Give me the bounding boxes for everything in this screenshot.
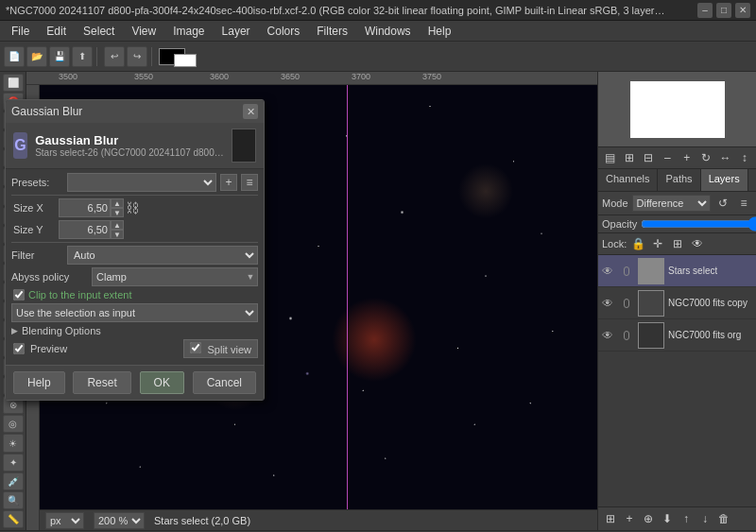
split-view-checkbox[interactable]	[190, 342, 201, 353]
blur-tool[interactable]: ◎	[3, 415, 24, 433]
size-x-input[interactable]	[59, 198, 111, 217]
lock-pixels-btn[interactable]: 🔒	[629, 235, 646, 252]
layer-item[interactable]: 👁 NGC7000 fits copy	[598, 287, 756, 319]
measure-tool[interactable]: 📏	[3, 510, 24, 528]
delete-layer-btn[interactable]: 🗑	[715, 510, 732, 527]
flip-v-btn[interactable]: ↕	[737, 149, 752, 166]
background-color[interactable]	[174, 54, 197, 67]
use-selection-select[interactable]: Use the selection as input Use entire la…	[11, 303, 258, 322]
undo-button[interactable]: ↩	[104, 46, 125, 67]
size-y-down-btn[interactable]: ▼	[111, 230, 124, 239]
rotate-btn[interactable]: ↻	[698, 149, 713, 166]
layer-item[interactable]: 👁 Stars select	[598, 255, 756, 287]
preview-row: Preview Split view	[11, 339, 258, 358]
layers-toolbar: Mode Difference Normal Multiply Screen ↺…	[598, 192, 756, 215]
tab-paths[interactable]: Paths	[658, 169, 700, 191]
size-y-up-btn[interactable]: ▲	[111, 220, 124, 230]
reset-button[interactable]: Reset	[73, 371, 130, 394]
zoom-100-btn[interactable]: ⊟	[641, 149, 656, 166]
split-view-button[interactable]: Split view	[183, 339, 258, 358]
duplicate-layer-btn[interactable]: ⊕	[640, 510, 657, 527]
filter-select[interactable]: Auto RLE IIR	[67, 246, 258, 265]
layer-item[interactable]: 👁 NGC7000 fits org	[598, 319, 756, 352]
horizontal-ruler: 3500 3550 3600 3650 3700 3750	[26, 72, 597, 85]
flip-h-btn[interactable]: ↔	[717, 149, 732, 166]
window-controls: – □ ✕	[697, 3, 750, 18]
tab-channels[interactable]: Channels	[598, 169, 658, 191]
menu-select[interactable]: Select	[76, 23, 122, 40]
menu-windows[interactable]: Windows	[357, 23, 419, 40]
tab-layers[interactable]: Layers	[701, 169, 748, 191]
blending-label: Blending Options	[22, 325, 101, 336]
channels-view-btn[interactable]: ▤	[602, 149, 617, 166]
menu-help[interactable]: Help	[421, 23, 459, 40]
preview-checkbox[interactable]	[13, 343, 25, 354]
clip-row: Clip to the input extent	[11, 289, 258, 300]
opacity-label: Opacity	[602, 218, 637, 230]
blending-options-row[interactable]: ▶ Blending Options	[11, 325, 258, 336]
open-button[interactable]: 📂	[26, 46, 47, 67]
clip-checkbox[interactable]	[13, 289, 25, 300]
dialog-header-title: Gaussian Blur	[35, 133, 224, 147]
dialog-title-bar[interactable]: Gaussian Blur ✕	[6, 100, 264, 123]
color-picker-tool[interactable]: 💉	[3, 472, 24, 490]
new-button[interactable]: 📄	[4, 46, 25, 67]
merge-down-btn[interactable]: ⬇	[659, 510, 676, 527]
menu-view[interactable]: View	[124, 23, 163, 40]
dialog-title: Gaussian Blur	[11, 105, 82, 118]
zoom-fit-btn[interactable]: ⊞	[621, 149, 636, 166]
zoom-tool[interactable]: 🔍	[3, 491, 24, 509]
size-x-down-btn[interactable]: ▼	[111, 208, 124, 217]
size-y-input[interactable]	[59, 220, 111, 239]
mode-settings-btn[interactable]: ≡	[735, 195, 752, 212]
layer-visibility-icon[interactable]: 👁	[602, 329, 615, 342]
presets-menu-btn[interactable]: ≡	[241, 174, 258, 191]
help-button[interactable]: Help	[13, 371, 65, 394]
layer-visibility-icon[interactable]: 👁	[602, 265, 615, 278]
new-layer-group-btn[interactable]: ⊞	[602, 510, 619, 527]
lock-position-btn[interactable]: ✛	[649, 235, 666, 252]
opacity-slider[interactable]	[641, 217, 756, 231]
export-button[interactable]: ⬆	[72, 46, 93, 67]
layer-visibility-icon[interactable]: 👁	[602, 297, 615, 310]
image-preview	[630, 81, 725, 138]
close-button[interactable]: ✕	[735, 3, 750, 18]
lock-alpha-btn[interactable]: ⊞	[669, 235, 686, 252]
maximize-button[interactable]: □	[716, 3, 731, 18]
menu-colors[interactable]: Colors	[260, 23, 308, 40]
paths-tool[interactable]: ✦	[3, 454, 24, 472]
presets-select[interactable]	[67, 173, 216, 192]
menu-edit[interactable]: Edit	[39, 23, 74, 40]
menu-image[interactable]: Image	[165, 23, 212, 40]
reset-mode-btn[interactable]: ↺	[714, 195, 731, 212]
rect-select-tool[interactable]: ⬜	[3, 74, 24, 92]
menu-filters[interactable]: Filters	[309, 23, 355, 40]
cancel-button[interactable]: Cancel	[193, 371, 256, 394]
save-button[interactable]: 💾	[49, 46, 70, 67]
zoom-in-btn[interactable]: +	[679, 149, 695, 166]
chain-icon	[619, 322, 634, 349]
abyss-select[interactable]: Clamp ▼	[92, 267, 258, 286]
toolbar: 📄 📂 💾 ⬆ ↩ ↪	[0, 42, 756, 72]
redo-button[interactable]: ↪	[127, 46, 147, 67]
mode-select[interactable]: Difference Normal Multiply Screen	[632, 195, 711, 212]
ok-button[interactable]: OK	[140, 371, 184, 394]
chain-icon	[619, 290, 634, 317]
size-x-up-btn[interactable]: ▲	[111, 198, 124, 208]
unit-select[interactable]: px in mm	[45, 512, 84, 529]
menu-file[interactable]: File	[4, 23, 37, 40]
zoom-select[interactable]: 200 % 100 % 50 %	[94, 512, 145, 529]
move-up-btn[interactable]: ↑	[678, 510, 695, 527]
dialog-close-button[interactable]: ✕	[243, 104, 258, 119]
dodge-tool[interactable]: ☀	[3, 434, 24, 452]
minimize-button[interactable]: –	[697, 3, 713, 18]
zoom-out-btn[interactable]: –	[660, 149, 675, 166]
size-y-label: Size Y	[11, 224, 59, 235]
dialog-icon-label: G	[14, 137, 26, 154]
presets-add-btn[interactable]: +	[220, 174, 237, 191]
new-layer-btn[interactable]: +	[621, 510, 638, 527]
move-down-btn[interactable]: ↓	[696, 510, 713, 527]
lock-visibility-btn[interactable]: 👁	[689, 235, 706, 252]
menu-layer[interactable]: Layer	[215, 23, 258, 40]
panel-tabs: Channels Paths Layers	[598, 169, 756, 192]
